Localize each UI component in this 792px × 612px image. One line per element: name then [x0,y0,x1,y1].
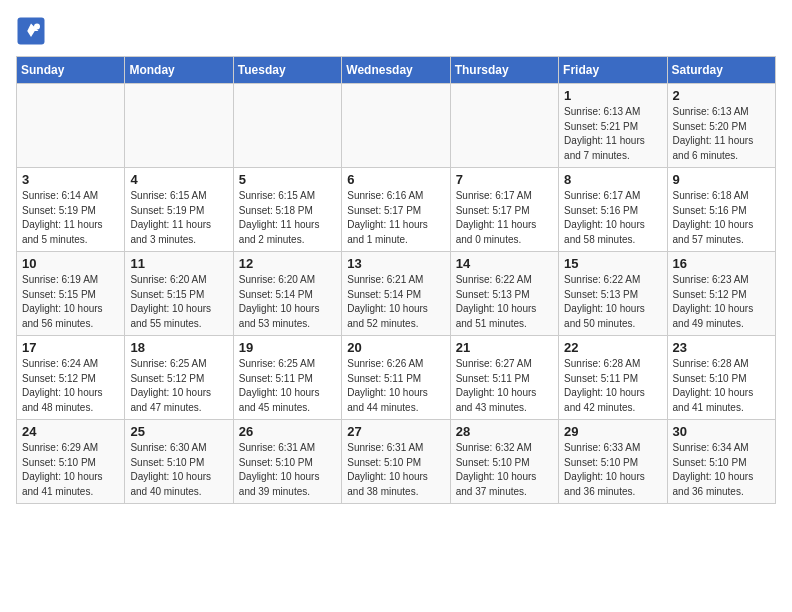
day-number: 26 [239,424,336,439]
day-number: 4 [130,172,227,187]
calendar-cell: 4Sunrise: 6:15 AM Sunset: 5:19 PM Daylig… [125,168,233,252]
day-number: 16 [673,256,770,271]
day-info: Sunrise: 6:28 AM Sunset: 5:10 PM Dayligh… [673,357,770,415]
calendar-cell: 5Sunrise: 6:15 AM Sunset: 5:18 PM Daylig… [233,168,341,252]
calendar-table: SundayMondayTuesdayWednesdayThursdayFrid… [16,56,776,504]
calendar-cell: 26Sunrise: 6:31 AM Sunset: 5:10 PM Dayli… [233,420,341,504]
calendar-cell: 13Sunrise: 6:21 AM Sunset: 5:14 PM Dayli… [342,252,450,336]
day-info: Sunrise: 6:13 AM Sunset: 5:20 PM Dayligh… [673,105,770,163]
week-row-4: 17Sunrise: 6:24 AM Sunset: 5:12 PM Dayli… [17,336,776,420]
day-info: Sunrise: 6:14 AM Sunset: 5:19 PM Dayligh… [22,189,119,247]
calendar-cell: 17Sunrise: 6:24 AM Sunset: 5:12 PM Dayli… [17,336,125,420]
calendar-cell [342,84,450,168]
day-info: Sunrise: 6:21 AM Sunset: 5:14 PM Dayligh… [347,273,444,331]
calendar-cell [233,84,341,168]
weekday-header-sunday: Sunday [17,57,125,84]
day-number: 9 [673,172,770,187]
calendar-cell: 24Sunrise: 6:29 AM Sunset: 5:10 PM Dayli… [17,420,125,504]
calendar-body: 1Sunrise: 6:13 AM Sunset: 5:21 PM Daylig… [17,84,776,504]
weekday-header-thursday: Thursday [450,57,558,84]
day-number: 8 [564,172,661,187]
day-number: 25 [130,424,227,439]
calendar-cell: 18Sunrise: 6:25 AM Sunset: 5:12 PM Dayli… [125,336,233,420]
day-info: Sunrise: 6:17 AM Sunset: 5:16 PM Dayligh… [564,189,661,247]
calendar-cell [125,84,233,168]
day-number: 13 [347,256,444,271]
day-info: Sunrise: 6:19 AM Sunset: 5:15 PM Dayligh… [22,273,119,331]
day-info: Sunrise: 6:28 AM Sunset: 5:11 PM Dayligh… [564,357,661,415]
week-row-3: 10Sunrise: 6:19 AM Sunset: 5:15 PM Dayli… [17,252,776,336]
calendar-cell: 9Sunrise: 6:18 AM Sunset: 5:16 PM Daylig… [667,168,775,252]
calendar-cell: 25Sunrise: 6:30 AM Sunset: 5:10 PM Dayli… [125,420,233,504]
day-info: Sunrise: 6:26 AM Sunset: 5:11 PM Dayligh… [347,357,444,415]
day-info: Sunrise: 6:24 AM Sunset: 5:12 PM Dayligh… [22,357,119,415]
day-info: Sunrise: 6:32 AM Sunset: 5:10 PM Dayligh… [456,441,553,499]
calendar-cell: 8Sunrise: 6:17 AM Sunset: 5:16 PM Daylig… [559,168,667,252]
day-number: 2 [673,88,770,103]
day-info: Sunrise: 6:20 AM Sunset: 5:14 PM Dayligh… [239,273,336,331]
weekday-header-wednesday: Wednesday [342,57,450,84]
day-info: Sunrise: 6:18 AM Sunset: 5:16 PM Dayligh… [673,189,770,247]
day-number: 6 [347,172,444,187]
day-number: 1 [564,88,661,103]
weekday-header-tuesday: Tuesday [233,57,341,84]
weekday-header-friday: Friday [559,57,667,84]
day-info: Sunrise: 6:31 AM Sunset: 5:10 PM Dayligh… [239,441,336,499]
calendar-cell: 14Sunrise: 6:22 AM Sunset: 5:13 PM Dayli… [450,252,558,336]
day-info: Sunrise: 6:16 AM Sunset: 5:17 PM Dayligh… [347,189,444,247]
day-number: 28 [456,424,553,439]
weekday-header-row: SundayMondayTuesdayWednesdayThursdayFrid… [17,57,776,84]
day-number: 10 [22,256,119,271]
calendar-cell: 28Sunrise: 6:32 AM Sunset: 5:10 PM Dayli… [450,420,558,504]
calendar-cell: 20Sunrise: 6:26 AM Sunset: 5:11 PM Dayli… [342,336,450,420]
weekday-header-saturday: Saturday [667,57,775,84]
day-number: 19 [239,340,336,355]
day-info: Sunrise: 6:25 AM Sunset: 5:11 PM Dayligh… [239,357,336,415]
day-number: 15 [564,256,661,271]
day-number: 27 [347,424,444,439]
day-info: Sunrise: 6:20 AM Sunset: 5:15 PM Dayligh… [130,273,227,331]
day-number: 14 [456,256,553,271]
day-number: 22 [564,340,661,355]
calendar-cell: 23Sunrise: 6:28 AM Sunset: 5:10 PM Dayli… [667,336,775,420]
calendar-cell: 1Sunrise: 6:13 AM Sunset: 5:21 PM Daylig… [559,84,667,168]
day-number: 30 [673,424,770,439]
day-number: 21 [456,340,553,355]
page-header [16,16,776,46]
day-number: 3 [22,172,119,187]
day-info: Sunrise: 6:25 AM Sunset: 5:12 PM Dayligh… [130,357,227,415]
day-info: Sunrise: 6:29 AM Sunset: 5:10 PM Dayligh… [22,441,119,499]
weekday-header-monday: Monday [125,57,233,84]
day-number: 24 [22,424,119,439]
day-info: Sunrise: 6:13 AM Sunset: 5:21 PM Dayligh… [564,105,661,163]
day-info: Sunrise: 6:15 AM Sunset: 5:18 PM Dayligh… [239,189,336,247]
calendar-cell: 6Sunrise: 6:16 AM Sunset: 5:17 PM Daylig… [342,168,450,252]
day-number: 17 [22,340,119,355]
calendar-cell: 30Sunrise: 6:34 AM Sunset: 5:10 PM Dayli… [667,420,775,504]
calendar-cell: 16Sunrise: 6:23 AM Sunset: 5:12 PM Dayli… [667,252,775,336]
day-number: 23 [673,340,770,355]
calendar-cell [450,84,558,168]
day-info: Sunrise: 6:27 AM Sunset: 5:11 PM Dayligh… [456,357,553,415]
day-info: Sunrise: 6:33 AM Sunset: 5:10 PM Dayligh… [564,441,661,499]
calendar-cell: 29Sunrise: 6:33 AM Sunset: 5:10 PM Dayli… [559,420,667,504]
day-info: Sunrise: 6:23 AM Sunset: 5:12 PM Dayligh… [673,273,770,331]
day-info: Sunrise: 6:22 AM Sunset: 5:13 PM Dayligh… [564,273,661,331]
day-info: Sunrise: 6:31 AM Sunset: 5:10 PM Dayligh… [347,441,444,499]
calendar-cell: 27Sunrise: 6:31 AM Sunset: 5:10 PM Dayli… [342,420,450,504]
day-number: 12 [239,256,336,271]
day-number: 11 [130,256,227,271]
calendar-cell: 3Sunrise: 6:14 AM Sunset: 5:19 PM Daylig… [17,168,125,252]
svg-point-2 [34,24,40,30]
week-row-5: 24Sunrise: 6:29 AM Sunset: 5:10 PM Dayli… [17,420,776,504]
calendar-cell: 15Sunrise: 6:22 AM Sunset: 5:13 PM Dayli… [559,252,667,336]
day-info: Sunrise: 6:34 AM Sunset: 5:10 PM Dayligh… [673,441,770,499]
logo-icon [16,16,46,46]
day-number: 5 [239,172,336,187]
day-number: 20 [347,340,444,355]
day-info: Sunrise: 6:15 AM Sunset: 5:19 PM Dayligh… [130,189,227,247]
day-number: 18 [130,340,227,355]
day-info: Sunrise: 6:17 AM Sunset: 5:17 PM Dayligh… [456,189,553,247]
calendar-cell: 12Sunrise: 6:20 AM Sunset: 5:14 PM Dayli… [233,252,341,336]
week-row-1: 1Sunrise: 6:13 AM Sunset: 5:21 PM Daylig… [17,84,776,168]
